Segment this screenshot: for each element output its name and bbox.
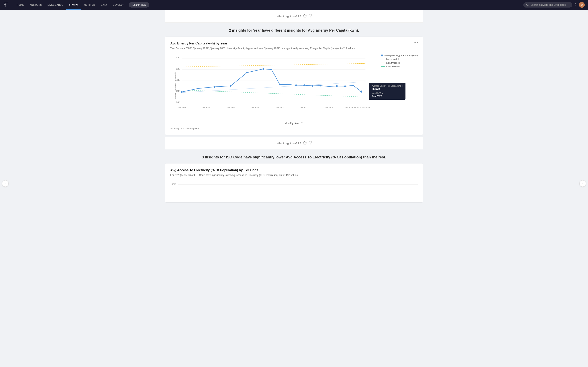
thumbdown-btn-1[interactable] (309, 14, 312, 18)
insight-useful-text-2: Is this insight useful ? (276, 141, 312, 145)
search-data-button[interactable]: Search data (129, 2, 149, 8)
legend-dashed-low (381, 66, 385, 67)
chart-2-yaxis-tick: 150% (170, 183, 176, 185)
search-bar[interactable] (523, 2, 572, 8)
svg-text:26K: 26K (176, 90, 180, 92)
tooltip-date: Jan 2020 (372, 95, 403, 98)
next-arrow[interactable]: › (579, 180, 586, 187)
chart-tooltip-1: Average Energy Per Capita (kwh): 26.67K … (369, 83, 406, 100)
nav-data[interactable]: DATA (98, 0, 110, 10)
nav-home[interactable]: HOME (14, 0, 27, 10)
legend-label-4: low threshold (386, 65, 399, 68)
tooltip-date-label: Monthly Year: (372, 92, 403, 94)
svg-point-32 (360, 90, 363, 93)
chart-2-title: Avg Access To Electricity (% Of Populati… (170, 168, 418, 172)
chart-card-1: Avg Energy Per Capita (kwh) by Year Year… (165, 37, 423, 135)
legend-label-2: linear model (386, 58, 398, 60)
svg-text:Jan 2002: Jan 2002 (177, 106, 186, 109)
svg-point-27 (320, 85, 321, 86)
prev-arrow[interactable]: ‹ (2, 180, 9, 187)
chart-menu-btn-1[interactable]: ••• (414, 41, 419, 45)
search-input[interactable] (531, 3, 567, 6)
section-2-header: 3 insights for ISO Code have significant… (165, 150, 423, 164)
svg-point-22 (279, 83, 281, 85)
insight-useful-bar-1: Is this insight useful ? (165, 10, 423, 23)
legend-label-1: Average Energy Per Capita (kwh) (384, 54, 418, 57)
insight-useful-text-1: Is this insight useful ? (276, 14, 312, 18)
section-2-title: 3 insights for ISO Code have significant… (169, 155, 419, 159)
chart-1-legend: Average Energy Per Capita (kwh) linear m… (381, 54, 418, 68)
svg-text:Average Energy Per Capita (kwh: Average Energy Per Capita (kwh) ... (174, 70, 176, 100)
svg-rect-1 (6, 3, 6, 7)
legend-dashed-high (381, 63, 385, 63)
svg-text:Jan 2018: Jan 2018 (353, 106, 362, 109)
chart-2-partial: 150% (170, 181, 418, 197)
section-1-header: 2 insights for Year have different insig… (165, 23, 423, 37)
tooltip-value: 26.67K (372, 87, 403, 91)
search-icon (526, 3, 529, 6)
chart-1-subtitle: Year "january 2008", "january 2009", "ja… (170, 47, 418, 50)
sort-icon (301, 122, 303, 125)
chart-card-2: Avg Access To Electricity (% Of Populati… (165, 164, 423, 202)
svg-point-18 (230, 85, 232, 87)
svg-point-20 (263, 68, 264, 70)
help-icon[interactable]: ? (575, 3, 577, 7)
legend-dot-1 (381, 54, 383, 57)
chart-1-svg: 32K 30K 28K 26K 24K Average Energy Per C… (170, 54, 373, 115)
monthly-year-label: Monthly Year (285, 122, 299, 125)
nav-icons: ? U (575, 2, 585, 8)
chart-footer-1: Monthly Year (170, 122, 418, 125)
svg-point-26 (311, 85, 313, 87)
svg-text:28K: 28K (176, 79, 180, 81)
chart-1-container: Average Energy Per Capita (kwh) linear m… (170, 54, 418, 119)
svg-text:Jan 2004: Jan 2004 (202, 106, 210, 109)
svg-point-29 (336, 85, 338, 87)
nav-links: HOME ANSWERS LIVEBOARDS SPOTIQ MONITOR D… (14, 0, 127, 10)
logo[interactable] (3, 2, 9, 8)
thumbup-btn-2[interactable] (303, 141, 307, 145)
svg-text:Jan 2014: Jan 2014 (324, 106, 333, 109)
section-1-title: 2 insights for Year have different insig… (169, 28, 419, 33)
insight-useful-bar-2: Is this insight useful ? (165, 137, 423, 150)
nav-answers[interactable]: ANSWERS (27, 0, 45, 10)
nav-monitor[interactable]: MONITOR (81, 0, 98, 10)
svg-point-24 (295, 84, 297, 86)
thumbup-btn-1[interactable] (303, 14, 307, 18)
svg-text:Jan 2012: Jan 2012 (300, 106, 309, 109)
svg-point-30 (344, 85, 346, 87)
data-points-note: Showing 19 of 19 data points (170, 127, 199, 130)
svg-point-28 (328, 86, 329, 87)
svg-point-16 (197, 88, 199, 89)
svg-point-23 (287, 83, 289, 85)
thumbdown-btn-2[interactable] (309, 141, 312, 145)
svg-text:Jan 2016: Jan 2016 (345, 106, 354, 109)
navbar: HOME ANSWERS LIVEBOARDS SPOTIQ MONITOR D… (0, 0, 588, 10)
svg-text:32K: 32K (176, 57, 180, 59)
svg-point-31 (352, 85, 354, 86)
avatar[interactable]: U (579, 2, 585, 8)
svg-text:Jan 2010: Jan 2010 (276, 106, 284, 109)
svg-point-15 (181, 91, 182, 93)
legend-label-3: high threshold (386, 62, 400, 64)
svg-point-25 (303, 84, 305, 86)
legend-line-1 (381, 59, 385, 59)
svg-point-17 (214, 86, 215, 88)
nav-liveboards[interactable]: LIVEBOARDS (45, 0, 66, 10)
svg-text:Jan 2020: Jan 2020 (361, 106, 370, 109)
nav-develop[interactable]: DEVELOP (110, 0, 127, 10)
svg-point-19 (246, 72, 248, 73)
svg-text:24K: 24K (176, 101, 180, 104)
svg-point-21 (271, 69, 272, 70)
svg-text:Jan 2008: Jan 2008 (251, 106, 259, 109)
svg-text:Jan 2006: Jan 2006 (226, 106, 235, 109)
nav-spotiq[interactable]: SPOTIQ (66, 0, 81, 10)
tooltip-label: Average Energy Per Capita (kwh): (372, 85, 403, 87)
svg-rect-2 (4, 4, 6, 5)
chart-1-title: Avg Energy Per Capita (kwh) by Year (170, 42, 418, 45)
svg-text:30K: 30K (176, 68, 180, 70)
chart-2-subtitle: For 2020(Year), 86 of ISO Code have sign… (170, 173, 418, 177)
logo-icon (3, 2, 9, 8)
